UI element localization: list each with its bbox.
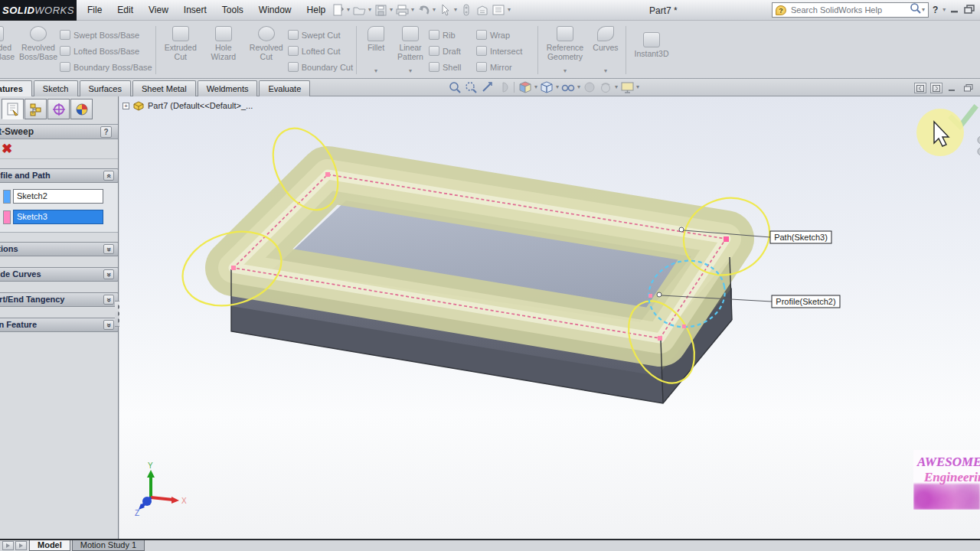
intersect-button[interactable]: Intersect <box>476 43 534 59</box>
path-selection-field[interactable]: Sketch3 <box>13 210 103 224</box>
graphics-area[interactable]: Path(Sketch3) Profile(Sketch2) Y X Z <box>119 96 980 540</box>
extruded-boss-base-button[interactable]: Extruded Boss/Base <box>0 24 17 75</box>
section-thin-feature[interactable]: Thin Feature » <box>0 318 119 332</box>
doc-minimize-button[interactable] <box>946 83 959 93</box>
feature-manager-tree-tab[interactable] <box>24 99 47 119</box>
reference-geometry-button[interactable]: Reference Geometry ▾ <box>541 24 589 75</box>
display-style-caret[interactable]: ▾ <box>556 84 559 90</box>
expand-section-button[interactable]: » <box>103 320 114 330</box>
appearances-icon[interactable] <box>599 80 612 94</box>
draft-button[interactable]: Draft <box>429 43 476 59</box>
next-study-button[interactable] <box>15 541 27 550</box>
fillet-button[interactable]: Fillet ▾ <box>360 24 392 75</box>
tree-expand-icon[interactable]: + <box>122 103 129 109</box>
extruded-cut-button[interactable]: Extruded Cut <box>159 24 202 75</box>
menu-tools[interactable]: Tools <box>214 0 251 21</box>
app-help-caret[interactable]: ▾ <box>942 7 946 13</box>
zoom-to-area-icon[interactable] <box>464 80 478 94</box>
prev-study-button[interactable] <box>2 541 14 550</box>
appearances-caret[interactable]: ▾ <box>615 84 618 90</box>
tree-root-label[interactable]: Part7 (Default<<Default>_... <box>148 101 253 110</box>
display-manager-tab[interactable] <box>70 99 93 119</box>
menu-edit[interactable]: Edit <box>109 0 141 21</box>
search-input[interactable]: Search SolidWorks Help <box>786 5 910 15</box>
boundary-cut-button[interactable]: Boundary Cut <box>288 59 353 75</box>
view-orientation-icon[interactable] <box>518 80 532 94</box>
search-scope-caret[interactable]: ▾ <box>922 7 925 13</box>
menu-help[interactable]: Help <box>299 0 334 21</box>
menu-view[interactable]: View <box>141 0 176 21</box>
tab-evaluate[interactable]: Evaluate <box>259 80 310 96</box>
undo-icon[interactable] <box>416 3 430 17</box>
minimize-button[interactable] <box>950 3 959 17</box>
shell-button[interactable]: Shell <box>429 59 476 75</box>
section-guide-curves[interactable]: Guide Curves » <box>0 267 119 282</box>
hide-show-items-icon[interactable] <box>561 80 575 94</box>
open-caret[interactable]: ▾ <box>368 7 371 13</box>
linear-pattern-caret[interactable]: ▾ <box>409 67 412 74</box>
section-start-end-tangency[interactable]: Start/End Tangency » <box>0 292 119 307</box>
hide-show-items-caret[interactable]: ▾ <box>577 84 580 90</box>
property-manager-tab[interactable] <box>2 99 24 119</box>
display-style-icon[interactable] <box>540 80 554 94</box>
scene-caret[interactable]: ▾ <box>636 84 639 90</box>
tab-features[interactable]: Features <box>0 80 32 96</box>
tab-sketch[interactable]: Sketch <box>34 80 78 96</box>
undo-caret[interactable]: ▾ <box>433 7 436 13</box>
pm-help-button[interactable]: ? <box>100 126 112 138</box>
file-properties-icon[interactable] <box>475 3 489 17</box>
save-icon[interactable] <box>374 3 387 17</box>
instant3d-button[interactable]: Instant3D <box>629 24 674 75</box>
revolved-boss-base-button[interactable]: Revolved Boss/Base <box>17 24 60 75</box>
new-caret[interactable]: ▾ <box>347 7 350 13</box>
save-caret[interactable]: ▾ <box>390 7 393 13</box>
restore-button[interactable] <box>964 3 975 17</box>
expand-section-button[interactable]: » <box>103 269 114 279</box>
pane-right-icon[interactable] <box>930 83 942 93</box>
tab-motion-study-1[interactable]: Motion Study 1 <box>72 540 145 551</box>
menu-file[interactable]: File <box>80 0 109 21</box>
menu-window[interactable]: Window <box>251 0 299 21</box>
menu-insert[interactable]: Insert <box>176 0 214 21</box>
revolved-cut-button[interactable]: Revolved Cut <box>245 24 288 75</box>
print-icon[interactable] <box>395 3 409 17</box>
rib-button[interactable]: Rib <box>429 27 476 43</box>
view-orientation-caret[interactable]: ▾ <box>534 84 537 90</box>
fillet-caret[interactable]: ▾ <box>374 67 377 74</box>
select-icon[interactable] <box>438 3 452 17</box>
hole-wizard-button[interactable]: Hole Wizard <box>202 24 245 75</box>
print-caret[interactable]: ▾ <box>411 7 414 13</box>
mirror-button[interactable]: Mirror <box>476 59 534 75</box>
tab-sheet-metal[interactable]: Sheet Metal <box>132 80 196 96</box>
curves-caret[interactable]: ▾ <box>604 67 607 74</box>
profile-selection-field[interactable]: Sketch2 <box>13 189 103 204</box>
new-document-icon[interactable] <box>331 3 345 17</box>
collapse-section-button[interactable]: « <box>103 171 114 181</box>
expand-section-button[interactable]: » <box>103 295 114 305</box>
rebuild-icon[interactable] <box>459 3 473 17</box>
boundary-boss-base-button[interactable]: Boundary Boss/Base <box>60 59 152 75</box>
configuration-manager-tab[interactable] <box>47 99 70 119</box>
zoom-to-fit-icon[interactable] <box>448 80 462 94</box>
doc-restore-button[interactable] <box>962 83 975 93</box>
lofted-boss-base-button[interactable]: Lofted Boss/Base <box>60 43 152 59</box>
options-icon[interactable] <box>492 3 505 17</box>
wrap-button[interactable]: Wrap <box>476 27 534 43</box>
tab-weldments[interactable]: Weldments <box>198 80 258 96</box>
curves-button[interactable]: Curves ▾ <box>589 24 622 75</box>
expand-section-button[interactable]: » <box>103 244 114 254</box>
search-help-box[interactable]: ? Search SolidWorks Help ▾ <box>772 2 929 18</box>
shadows-icon[interactable] <box>583 80 596 94</box>
section-options[interactable]: Options » <box>0 242 119 256</box>
previous-view-icon[interactable] <box>480 80 494 94</box>
app-help-icon[interactable]: ? <box>933 5 938 15</box>
reference-geometry-caret[interactable]: ▾ <box>564 67 567 74</box>
cancel-icon[interactable]: ✖ <box>2 142 12 157</box>
linear-pattern-button[interactable]: Linear Pattern ▾ <box>392 24 429 75</box>
pane-left-icon[interactable] <box>914 83 926 93</box>
select-caret[interactable]: ▾ <box>454 7 457 13</box>
swept-cut-button[interactable]: Swept Cut <box>288 27 353 43</box>
tab-surfaces[interactable]: Surfaces <box>80 80 131 96</box>
scene-icon[interactable] <box>620 80 634 94</box>
section-view-icon[interactable] <box>496 80 510 94</box>
